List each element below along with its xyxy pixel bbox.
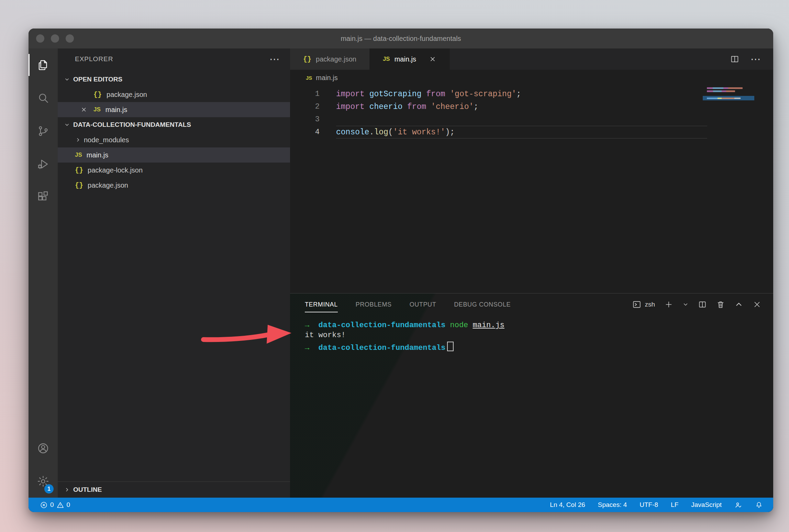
terminal-icon	[632, 300, 641, 309]
open-editor-item-main-js[interactable]: JS main.js	[58, 102, 290, 117]
new-terminal-icon[interactable]	[664, 300, 673, 309]
tree-item-node-modules[interactable]: node_modules	[58, 132, 290, 147]
close-editor-icon[interactable]	[80, 106, 87, 113]
tree-item-package-lock-json[interactable]: {} package-lock.json	[58, 163, 290, 178]
maximize-panel-icon[interactable]	[734, 300, 743, 309]
minimap[interactable]	[703, 87, 754, 100]
problems-status[interactable]: 0 0	[40, 501, 70, 509]
explorer-icon[interactable]	[29, 48, 58, 81]
terminal-line: → data-collection-fundamentals node main…	[305, 320, 773, 330]
js-icon: JS	[93, 106, 101, 113]
panel: TERMINAL PROBLEMS OUTPUT DEBUG CONSOLE z…	[290, 293, 773, 498]
code-line: 2import cheerio from 'cheerio';	[290, 100, 773, 113]
zoom-window-button[interactable]	[66, 34, 74, 43]
notifications-bell-icon[interactable]	[755, 501, 763, 509]
code-line-current: 4console.log('it works!');	[290, 126, 773, 138]
kill-terminal-icon[interactable]	[716, 300, 725, 309]
error-icon	[40, 501, 48, 509]
status-bar: 0 0 Ln 4, Col 26 Spaces: 4 UTF-8 LF Java…	[29, 498, 773, 512]
panel-tab-debug-console[interactable]: DEBUG CONSOLE	[454, 293, 511, 315]
json-braces-icon: {}	[75, 181, 83, 189]
settings-badge: 1	[44, 484, 54, 494]
panel-tab-problems[interactable]: PROBLEMS	[356, 293, 392, 315]
explorer-sidebar: EXPLORER ⋯ OPEN EDITORS {} package.json …	[58, 48, 290, 498]
source-control-icon[interactable]	[29, 114, 58, 147]
account-icon[interactable]	[29, 432, 58, 465]
activity-bar: 1	[29, 48, 58, 498]
eol-status[interactable]: LF	[671, 501, 678, 509]
extensions-icon[interactable]	[29, 180, 58, 213]
vscode-window: main.js — data-collection-fundamentals	[29, 29, 773, 512]
indentation-status[interactable]: Spaces: 4	[598, 501, 627, 509]
outline-section-header[interactable]: OUTLINE	[58, 481, 290, 498]
titlebar: main.js — data-collection-fundamentals	[29, 29, 773, 48]
code-line: 3	[290, 113, 773, 126]
minimize-window-button[interactable]	[51, 34, 59, 43]
js-icon: JS	[383, 56, 390, 63]
chevron-down-icon	[64, 76, 70, 82]
panel-tab-output[interactable]: OUTPUT	[410, 293, 436, 315]
tab-package-json[interactable]: {} package.json	[290, 48, 370, 70]
js-icon: JS	[306, 75, 312, 81]
breadcrumb[interactable]: JS main.js	[290, 70, 773, 86]
warning-icon	[56, 501, 64, 509]
terminal-dropdown-icon[interactable]	[682, 301, 689, 308]
workspace-section-header[interactable]: DATA-COLLECTION-FUNDAMENTALS	[58, 117, 290, 132]
close-panel-icon[interactable]	[753, 300, 762, 309]
split-editor-icon[interactable]	[730, 54, 740, 64]
tab-main-js[interactable]: JS main.js	[370, 48, 450, 70]
open-editor-item-package-json[interactable]: {} package.json	[58, 87, 290, 102]
encoding-status[interactable]: UTF-8	[640, 501, 658, 509]
panel-tab-terminal[interactable]: TERMINAL	[305, 293, 338, 315]
terminal-line: it works!	[305, 330, 773, 340]
split-terminal-icon[interactable]	[698, 300, 707, 309]
close-tab-icon[interactable]	[429, 55, 436, 63]
window-title: main.js — data-collection-fundamentals	[341, 35, 461, 43]
terminal-output[interactable]: → data-collection-fundamentals node main…	[290, 315, 773, 350]
js-icon: JS	[75, 152, 82, 158]
cursor-position-status[interactable]: Ln 4, Col 26	[550, 501, 585, 509]
json-braces-icon: {}	[75, 166, 83, 174]
feedback-person-icon[interactable]	[734, 501, 742, 509]
traffic-lights	[36, 29, 74, 48]
chevron-right-icon	[64, 487, 70, 493]
tab-bar: {} package.json JS main.js ⋯	[290, 48, 773, 70]
code-editor[interactable]: 1import gotScraping from 'got-scraping';…	[290, 86, 773, 293]
chevron-down-icon	[64, 122, 70, 128]
tree-item-main-js[interactable]: JS main.js	[58, 147, 290, 163]
code-line: 1import gotScraping from 'got-scraping';	[290, 88, 773, 100]
sidebar-title: EXPLORER	[75, 55, 113, 63]
json-braces-icon: {}	[93, 91, 102, 99]
open-editors-section-header[interactable]: OPEN EDITORS	[58, 72, 290, 87]
terminal-line: → data-collection-fundamentals	[305, 340, 773, 350]
desktop: main.js — data-collection-fundamentals	[0, 0, 789, 532]
shell-selector[interactable]: zsh	[632, 300, 655, 309]
language-mode-status[interactable]: JavaScript	[691, 501, 722, 509]
chevron-right-icon	[75, 137, 81, 143]
tree-item-package-json[interactable]: {} package.json	[58, 178, 290, 193]
editor-group: {} package.json JS main.js ⋯ JS	[290, 48, 773, 498]
run-and-debug-icon[interactable]	[29, 147, 58, 180]
close-window-button[interactable]	[36, 34, 44, 43]
terminal-cursor	[447, 342, 454, 351]
search-icon[interactable]	[29, 81, 58, 114]
json-braces-icon: {}	[303, 55, 311, 63]
settings-gear-icon[interactable]: 1	[29, 465, 58, 498]
